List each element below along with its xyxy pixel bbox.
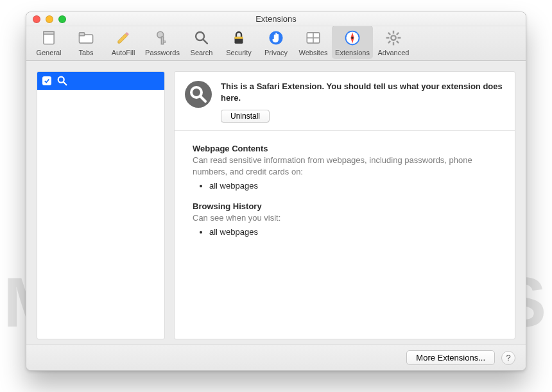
pencil-icon: [114, 28, 133, 47]
section-items: all webpages: [193, 180, 497, 192]
toolbar-label: Tabs: [78, 49, 93, 56]
svg-rect-3: [79, 33, 84, 36]
gear-icon: [384, 28, 403, 47]
grid-icon: [304, 28, 323, 47]
section-body: Can see when you visit:: [193, 212, 497, 224]
extension-enabled-checkbox[interactable]: [42, 76, 51, 85]
magnifier-icon: [56, 75, 68, 87]
uninstall-button[interactable]: Uninstall: [221, 110, 270, 123]
tab-advanced[interactable]: Advanced: [373, 26, 414, 59]
magnifier-icon: [185, 81, 212, 108]
extension-detail-pane: This is a Safari Extension. You should t…: [174, 71, 515, 339]
toolbar-label: Security: [226, 49, 252, 56]
svg-line-24: [397, 41, 399, 43]
list-item: all webpages: [209, 180, 497, 192]
svg-line-26: [388, 41, 390, 43]
minimize-window-button[interactable]: [46, 15, 53, 23]
preferences-window: Extensions General Tabs AutoFill: [26, 12, 526, 371]
window-body: This is a Safari Extension. You should t…: [26, 61, 526, 345]
hand-icon: [266, 28, 286, 47]
svg-line-23: [388, 33, 390, 35]
toolbar-label: Search: [191, 49, 213, 56]
tab-websites[interactable]: Websites: [295, 26, 332, 59]
window-icon: [39, 28, 58, 47]
toolbar-label: Passwords: [145, 49, 180, 56]
help-button[interactable]: ?: [501, 351, 515, 365]
section-heading: Browsing History: [193, 201, 497, 211]
section-body: Can read sensitive information from webp…: [193, 155, 497, 177]
extensions-sidebar: [37, 71, 165, 339]
tab-extensions[interactable]: Extensions: [332, 26, 373, 59]
toolbar-label: Advanced: [378, 49, 410, 56]
svg-rect-1: [44, 31, 54, 34]
window-footer: More Extensions... ?: [26, 345, 526, 370]
key-icon: [153, 28, 172, 47]
tab-privacy[interactable]: Privacy: [257, 26, 295, 59]
extension-description: This is a Safari Extension. You should t…: [221, 81, 505, 103]
toolbar-label: General: [36, 49, 61, 56]
tab-passwords[interactable]: Passwords: [142, 26, 183, 59]
section-items: all webpages: [193, 226, 497, 239]
magnifier-icon: [192, 28, 211, 47]
svg-point-17: [351, 37, 354, 39]
toolbar-label: AutoFill: [112, 49, 135, 56]
window-title: Extensions: [255, 14, 297, 24]
toolbar-label: Websites: [298, 49, 327, 56]
toolbar-label: Privacy: [264, 49, 288, 56]
titlebar: Extensions: [26, 12, 526, 26]
tabs-icon: [76, 28, 96, 47]
extension-header: This is a Safari Extension. You should t…: [175, 72, 515, 131]
svg-point-27: [392, 37, 395, 40]
svg-line-25: [397, 33, 399, 35]
svg-point-30: [185, 81, 211, 107]
preferences-toolbar: General Tabs AutoFill Passwords: [26, 26, 526, 61]
tab-security[interactable]: Security: [220, 26, 257, 59]
lock-icon: [229, 28, 248, 47]
stage: MALWARETIPS Extensions General: [0, 0, 552, 392]
svg-rect-6: [164, 41, 166, 42]
svg-line-8: [203, 39, 207, 44]
window-controls: [33, 15, 66, 23]
tab-autofill[interactable]: AutoFill: [105, 26, 142, 59]
svg-line-29: [64, 82, 67, 85]
compass-icon: [343, 28, 362, 47]
list-item: all webpages: [209, 226, 497, 239]
toolbar-label: Extensions: [335, 49, 370, 56]
tab-tabs[interactable]: Tabs: [67, 26, 105, 59]
svg-rect-10: [235, 37, 243, 38]
tab-general[interactable]: General: [30, 26, 67, 59]
tab-search[interactable]: Search: [183, 26, 220, 59]
svg-rect-5: [161, 37, 163, 44]
extension-list-item[interactable]: [37, 72, 164, 90]
close-window-button[interactable]: [33, 15, 40, 23]
permissions-list: Webpage Contents Can read sensitive info…: [175, 131, 515, 258]
more-extensions-button[interactable]: More Extensions...: [406, 350, 495, 365]
section-heading: Webpage Contents: [193, 144, 497, 153]
zoom-window-button[interactable]: [58, 15, 66, 23]
extension-header-text: This is a Safari Extension. You should t…: [221, 81, 505, 123]
